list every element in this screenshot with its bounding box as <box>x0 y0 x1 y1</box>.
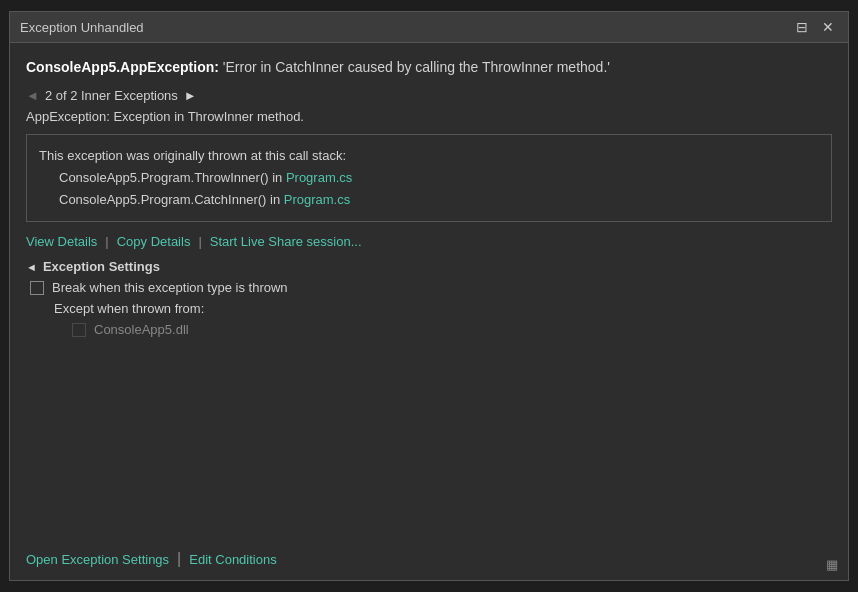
exception-title: ConsoleApp5.AppException: 'Error in Catc… <box>26 57 832 78</box>
call-stack-link-0[interactable]: Program.cs <box>286 170 352 185</box>
call-stack-prefix-1: ConsoleApp5.Program.CatchInner() in <box>59 192 284 207</box>
call-stack-prefix-0: ConsoleApp5.Program.ThrowInner() in <box>59 170 286 185</box>
inner-exceptions-label: 2 of 2 Inner Exceptions <box>45 88 178 103</box>
separator-1: | <box>105 234 108 249</box>
pin-icon: ⊟ <box>796 19 808 35</box>
call-stack-entries: ConsoleApp5.Program.ThrowInner() in Prog… <box>39 167 819 211</box>
separator-2: | <box>198 234 201 249</box>
bottom-actions: Open Exception Settings | Edit Condition… <box>10 544 848 580</box>
pin-button[interactable]: ⊟ <box>792 18 812 36</box>
settings-header-label: Exception Settings <box>43 259 160 274</box>
call-stack-box: This exception was originally thrown at … <box>26 134 832 222</box>
actions-row: View Details | Copy Details | Start Live… <box>26 234 832 249</box>
inner-exception-detail: AppException: Exception in ThrowInner me… <box>26 109 832 124</box>
inner-exceptions-nav: ◄ 2 of 2 Inner Exceptions ► <box>26 88 832 103</box>
settings-triangle-icon: ◄ <box>26 261 37 273</box>
dialog-content: ConsoleApp5.AppException: 'Error in Catc… <box>10 43 848 544</box>
call-stack-header: This exception was originally thrown at … <box>39 145 819 167</box>
break-exception-label: Break when this exception type is thrown <box>52 280 288 295</box>
call-stack-entry-0: ConsoleApp5.Program.ThrowInner() in Prog… <box>59 167 819 189</box>
dll-checkbox[interactable] <box>72 323 86 337</box>
except-label: Except when thrown from: <box>54 301 832 316</box>
exception-message: 'Error in CatchInner caused by calling t… <box>219 59 610 75</box>
close-button[interactable]: ✕ <box>818 18 838 36</box>
inner-exceptions-right-arrow[interactable]: ► <box>184 88 197 103</box>
exception-type: ConsoleApp5.AppException: <box>26 59 219 75</box>
bottom-separator: | <box>177 550 181 568</box>
title-bar: Exception Unhandled ⊟ ✕ <box>10 12 848 43</box>
settings-header: ◄ Exception Settings <box>26 259 832 274</box>
start-live-share-link[interactable]: Start Live Share session... <box>210 234 362 249</box>
open-exception-settings-link[interactable]: Open Exception Settings <box>26 552 169 567</box>
call-stack-entry-1: ConsoleApp5.Program.CatchInner() in Prog… <box>59 189 819 211</box>
status-icon: ▦ <box>826 557 838 572</box>
call-stack-link-1[interactable]: Program.cs <box>284 192 350 207</box>
view-details-link[interactable]: View Details <box>26 234 97 249</box>
dll-row: ConsoleApp5.dll <box>72 322 832 337</box>
copy-details-link[interactable]: Copy Details <box>117 234 191 249</box>
dll-label: ConsoleApp5.dll <box>94 322 189 337</box>
exception-dialog: Exception Unhandled ⊟ ✕ ConsoleApp5.AppE… <box>9 11 849 581</box>
break-exception-row: Break when this exception type is thrown <box>30 280 832 295</box>
inner-exceptions-left-arrow[interactable]: ◄ <box>26 88 39 103</box>
title-bar-buttons: ⊟ ✕ <box>792 18 838 36</box>
edit-conditions-link[interactable]: Edit Conditions <box>189 552 276 567</box>
exception-settings: ◄ Exception Settings Break when this exc… <box>26 259 832 337</box>
close-icon: ✕ <box>822 19 834 35</box>
break-exception-checkbox[interactable] <box>30 281 44 295</box>
dialog-title: Exception Unhandled <box>20 20 144 35</box>
